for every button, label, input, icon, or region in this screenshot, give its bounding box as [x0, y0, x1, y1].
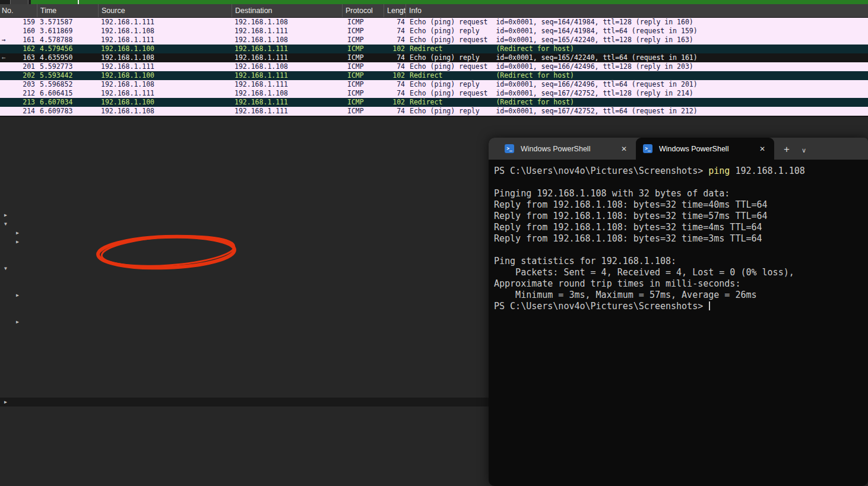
packet-info: Echo (ping) request id=0x0001, seq=167/4…	[406, 89, 868, 98]
packet-row[interactable]: 213 6.607034 192.168.1.100 192.168.1.111…	[0, 98, 868, 107]
packet-no: 213	[0, 98, 37, 107]
expand-arrow-icon[interactable]: ▼	[4, 264, 7, 273]
packet-row[interactable]: 212 6.606415 192.168.1.111 192.168.1.108…	[0, 89, 868, 98]
packet-no: 160	[0, 27, 37, 36]
packet-destination: 192.168.1.111	[232, 98, 342, 107]
column-header[interactable]: Destination	[232, 4, 342, 17]
command-args: 192.168.1.108	[730, 166, 804, 176]
packet-destination: 192.168.1.111	[232, 107, 342, 116]
terminal-line: Reply from 192.168.1.108: bytes=32 time=…	[494, 199, 868, 211]
packet-time: 4.635950	[37, 53, 98, 62]
packet-time: 3.611869	[37, 27, 98, 36]
tab-dropdown-icon[interactable]: ∨	[802, 147, 806, 154]
close-tab-icon[interactable]: ✕	[756, 144, 768, 154]
packet-no: 202	[0, 71, 37, 80]
packet-time: 6.607034	[37, 98, 98, 107]
terminal-line: Reply from 192.168.1.108: bytes=32 time=…	[494, 233, 868, 244]
packet-destination: 192.168.1.108	[232, 62, 342, 71]
packet-protocol: ICMP	[342, 98, 384, 107]
packet-no: 214	[0, 107, 37, 116]
packet-time: 4.579456	[37, 45, 98, 53]
packet-no: 201	[0, 62, 37, 71]
packet-length: 74	[384, 62, 406, 71]
desktop: No. Time Source Destination Protocol Len…	[0, 0, 868, 486]
expand-arrow-icon[interactable]: ▶	[4, 398, 7, 406]
packet-length: 74	[384, 89, 406, 98]
column-header[interactable]: Lengt	[384, 4, 406, 17]
column-header[interactable]: No.	[0, 4, 37, 17]
close-tab-icon[interactable]: ✕	[618, 144, 630, 154]
packet-row[interactable]: 203 5.596852 192.168.1.108 192.168.1.111…	[0, 80, 868, 89]
packet-info: Redirect (Redirect for host)	[406, 45, 868, 53]
packet-info: Echo (ping) reply id=0x0001, seq=164/419…	[406, 27, 868, 36]
prompt-text: PS C:\Users\nov4o\Pictures\Screenshots>	[494, 166, 708, 176]
packet-source: 192.168.1.111	[98, 62, 232, 71]
packet-destination: 192.168.1.111	[232, 71, 342, 80]
expand-arrow-icon[interactable]: ▼	[4, 220, 7, 228]
packet-row[interactable]: 202 5.593442 192.168.1.100 192.168.1.111…	[0, 71, 868, 80]
packet-row[interactable]: 162 4.579456 192.168.1.100 192.168.1.111…	[0, 45, 868, 53]
related-packet-arrow-icon: →	[2, 36, 14, 45]
expand-arrow-icon[interactable]: ▶	[4, 211, 7, 220]
packet-row[interactable]: 201 5.592773 192.168.1.111 192.168.1.108…	[0, 62, 868, 71]
packet-row[interactable]: ← 163 4.635950 192.168.1.108 192.168.1.1…	[0, 53, 868, 62]
new-tab-button[interactable]: +	[784, 144, 790, 155]
powershell-icon: >_	[643, 144, 652, 153]
column-header[interactable]: Time	[37, 4, 98, 17]
packet-source: 192.168.1.100	[98, 45, 232, 53]
packet-row[interactable]: 214 6.609783 192.168.1.108 192.168.1.111…	[0, 107, 868, 116]
packet-length: 74	[384, 80, 406, 89]
packet-length: 102	[384, 98, 406, 107]
packet-protocol: ICMP	[342, 45, 384, 53]
expand-arrow-icon[interactable]: ▶	[16, 237, 19, 246]
terminal-line: PS C:\Users\nov4o\Pictures\Screenshots>	[494, 301, 868, 312]
packet-no: 212	[0, 89, 37, 98]
packet-protocol: ICMP	[342, 71, 384, 80]
packet-source: 192.168.1.100	[98, 98, 232, 107]
expand-arrow-icon[interactable]: ▶	[16, 291, 19, 300]
expand-arrow-icon[interactable]: ▶	[16, 228, 19, 237]
packet-time: 3.571587	[37, 18, 98, 27]
packet-length: 102	[384, 45, 406, 53]
column-header[interactable]: Info	[406, 4, 868, 17]
packet-source: 192.168.1.111	[98, 89, 232, 98]
terminal-tab-bar: >_ Windows PowerShell ✕ >_ Windows Power…	[489, 138, 868, 160]
column-header[interactable]: Source	[98, 4, 232, 17]
packet-time: 5.592773	[37, 62, 98, 71]
packet-destination: 192.168.1.111	[232, 27, 342, 36]
packet-protocol: ICMP	[342, 53, 384, 62]
packet-row[interactable]: → 161 4.578788 192.168.1.111 192.168.1.1…	[0, 36, 868, 45]
packet-destination: 192.168.1.108	[232, 89, 342, 98]
packet-info: Redirect (Redirect for host)	[406, 71, 868, 80]
terminal-tab-label: Windows PowerShell	[521, 145, 618, 153]
packet-time: 4.578788	[37, 36, 98, 45]
terminal-tab[interactable]: >_ Windows PowerShell ✕	[498, 138, 636, 160]
packet-protocol: ICMP	[342, 36, 384, 45]
output-text: Pinging 192.168.1.108 with 32 bytes of d…	[494, 188, 730, 199]
packet-info: Redirect (Redirect for host)	[406, 98, 868, 107]
display-filter-input[interactable]	[31, 0, 868, 4]
terminal-line: Reply from 192.168.1.108: bytes=32 time=…	[494, 211, 868, 222]
packet-time: 5.596852	[37, 80, 98, 89]
packet-info: Echo (ping) reply id=0x0001, seq=165/422…	[406, 53, 868, 62]
terminal-line: Pinging 192.168.1.108 with 32 bytes of d…	[494, 188, 868, 199]
packet-row[interactable]: 159 3.571587 192.168.1.111 192.168.1.108…	[0, 18, 868, 27]
column-header[interactable]: Protocol	[342, 4, 384, 17]
related-packet-arrow-icon: ←	[2, 53, 14, 62]
expand-arrow-icon[interactable]: ▶	[16, 317, 19, 326]
packet-info: Echo (ping) reply id=0x0001, seq=167/427…	[406, 107, 868, 116]
packet-destination: 192.168.1.111	[232, 45, 342, 53]
output-text: Minimum = 3ms, Maximum = 57ms, Average =…	[494, 290, 757, 300]
packet-list: 159 3.571587 192.168.1.111 192.168.1.108…	[0, 18, 868, 117]
terminal-content[interactable]: PS C:\Users\nov4o\Pictures\Screenshots> …	[489, 160, 868, 312]
terminal-line: Reply from 192.168.1.108: bytes=32 time=…	[494, 222, 868, 233]
packet-length: 74	[384, 27, 406, 36]
packet-source: 192.168.1.108	[98, 107, 232, 116]
packet-length: 74	[384, 53, 406, 62]
packet-length: 74	[384, 36, 406, 45]
filter-bookmark-button[interactable]	[10, 0, 28, 4]
terminal-tab[interactable]: >_ Windows PowerShell ✕	[636, 138, 774, 160]
packet-destination: 192.168.1.108	[232, 18, 342, 27]
packet-row[interactable]: 160 3.611869 192.168.1.108 192.168.1.111…	[0, 27, 868, 36]
terminal-line: Approximate round trip times in milli-se…	[494, 278, 868, 290]
